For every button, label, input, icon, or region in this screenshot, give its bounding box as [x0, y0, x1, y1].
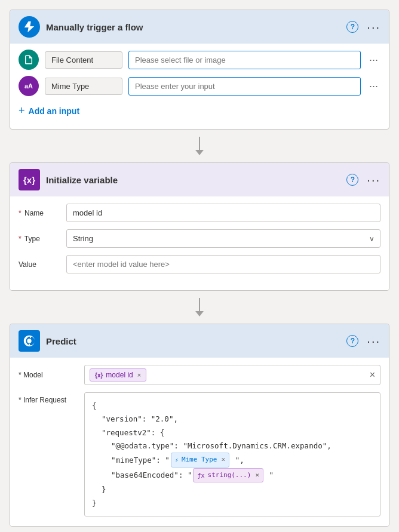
code-text: } — [102, 483, 106, 496]
mime-type-tag-close[interactable]: × — [221, 454, 225, 466]
mime-type-more-button[interactable]: ··· — [367, 78, 380, 95]
code-text: "@@odata.type": "Microsoft.Dynamics.CRM.… — [111, 439, 332, 452]
trigger-card: Manually trigger a flow ? ··· File Conte… — [10, 10, 389, 130]
question-icon: ? — [346, 21, 358, 33]
model-id-tag-close[interactable]: × — [137, 371, 141, 379]
code-line-0: { — [92, 399, 373, 412]
init-title: Initialize variable — [46, 175, 118, 185]
add-input-button[interactable]: + Add an input — [19, 102, 79, 119]
type-field-row: * Type String Integer Float Boolean Arra… — [19, 229, 380, 248]
model-field-clear-button[interactable]: × — [370, 370, 375, 380]
code-text: "base64Encoded": " — [111, 469, 192, 481]
predict-header-left: Predict — [19, 330, 76, 352]
more-icon: ··· — [367, 20, 380, 34]
predict-icon — [19, 330, 40, 352]
file-content-type-icon — [19, 50, 39, 70]
predict-header-right: ? ··· — [346, 334, 380, 348]
code-line-3: "@@odata.type": "Microsoft.Dynamics.CRM.… — [92, 439, 373, 452]
type-label: * Type — [19, 235, 60, 243]
trigger-icon-tag: ⚡ — [175, 455, 179, 465]
value-field-row: Value — [19, 255, 380, 273]
mime-type-row: aA Mime Type ··· — [19, 76, 380, 96]
trigger-icon — [19, 16, 40, 38]
infer-field[interactable]: { "version": "2.0", "requestv2": { "@@od… — [84, 392, 380, 516]
predict-body: * Model {x} model id × × * Infer Request… — [10, 358, 389, 526]
file-content-label: File Content — [45, 51, 122, 69]
code-text: " — [265, 469, 274, 481]
trigger-help-button[interactable]: ? — [346, 21, 358, 33]
arrow-1 — [10, 130, 389, 162]
predict-more-button[interactable]: ··· — [367, 334, 380, 348]
string-tag-label: string(...) — [208, 470, 251, 481]
type-select[interactable]: String Integer Float Boolean Array Objec… — [66, 229, 380, 248]
predict-header: Predict ? ··· — [10, 324, 389, 358]
svg-point-0 — [27, 339, 31, 343]
code-line-6: } — [92, 483, 373, 496]
trigger-title: Manually trigger a flow — [46, 22, 143, 32]
more-icon: ··· — [369, 54, 378, 66]
name-field-row: * Name — [19, 204, 380, 222]
mime-type-tag-label: Mime Type — [182, 454, 217, 466]
code-text: "requestv2": { — [102, 426, 164, 439]
plus-icon: + — [19, 104, 25, 117]
arrow-2 — [10, 291, 389, 324]
predict-help-button[interactable]: ? — [346, 335, 358, 347]
file-content-row: File Content ··· — [19, 50, 380, 70]
code-text: } — [92, 497, 97, 509]
model-field[interactable]: {x} model id × × — [84, 365, 380, 385]
code-line-1: "version": "2.0", — [92, 413, 373, 425]
value-label: Value — [19, 260, 60, 269]
infer-request-row: * Infer Request { "version": "2.0", "req… — [19, 392, 380, 516]
more-icon: ··· — [367, 173, 380, 187]
mime-type-tag: ⚡ Mime Type × — [171, 453, 229, 468]
variable-icon: {x} — [95, 372, 103, 379]
code-text: "version": "2.0", — [102, 413, 178, 425]
code-line-4: "mimeType": " ⚡ Mime Type × ", — [92, 453, 373, 468]
init-body: * Name * Type String Integer Float Boole… — [10, 196, 389, 290]
predict-title: Predict — [46, 336, 76, 346]
init-variable-card: {x} Initialize variable ? ··· * Name * T… — [10, 162, 389, 291]
trigger-header-right: ? ··· — [346, 20, 380, 34]
code-text: { — [92, 399, 97, 412]
model-id-tag-label: model id — [106, 371, 133, 379]
mime-type-type-icon: aA — [19, 76, 39, 96]
model-row: * Model {x} model id × × — [19, 365, 380, 385]
name-label: * Name — [19, 209, 60, 217]
init-more-button[interactable]: ··· — [367, 173, 380, 187]
value-input[interactable] — [66, 255, 380, 273]
init-icon: {x} — [19, 169, 40, 190]
model-tag-container: {x} model id × — [90, 368, 146, 382]
init-help-button[interactable]: ? — [346, 174, 358, 186]
code-line-7: } — [92, 497, 373, 509]
code-line-5: "base64Encoded": " ƒx string(...) × " — [92, 468, 373, 483]
code-line-2: "requestv2": { — [92, 426, 373, 439]
model-id-tag: {x} model id × — [90, 368, 146, 382]
code-text: "mimeType": " — [111, 454, 170, 466]
predict-card: Predict ? ··· * Model {x} model id × — [10, 324, 389, 527]
trigger-header-left: Manually trigger a flow — [19, 16, 143, 38]
mime-type-input[interactable] — [128, 77, 361, 96]
formula-icon-tag: ƒx — [197, 471, 204, 481]
trigger-body: File Content ··· aA Mime Type ··· + Add … — [10, 44, 389, 129]
mime-type-label: Mime Type — [45, 78, 122, 95]
init-header-left: {x} Initialize variable — [19, 169, 118, 190]
string-tag-close[interactable]: × — [255, 470, 259, 481]
file-content-more-button[interactable]: ··· — [367, 51, 380, 69]
more-icon: ··· — [367, 334, 380, 348]
code-text: ", — [231, 454, 244, 466]
init-header-right: ? ··· — [346, 173, 380, 187]
question-icon: ? — [346, 174, 358, 186]
string-tag: ƒx string(...) × — [193, 468, 263, 483]
question-icon: ? — [346, 335, 358, 347]
trigger-more-button[interactable]: ··· — [367, 20, 380, 34]
init-header: {x} Initialize variable ? ··· — [10, 163, 389, 196]
add-input-label: Add an input — [29, 106, 80, 116]
model-label: * Model — [19, 371, 78, 379]
trigger-header: Manually trigger a flow ? ··· — [10, 10, 389, 44]
type-select-wrapper: String Integer Float Boolean Array Objec… — [66, 229, 380, 248]
more-icon: ··· — [369, 80, 378, 92]
infer-label: * Infer Request — [19, 392, 78, 404]
name-input[interactable] — [66, 204, 380, 222]
file-content-input[interactable] — [128, 51, 361, 69]
